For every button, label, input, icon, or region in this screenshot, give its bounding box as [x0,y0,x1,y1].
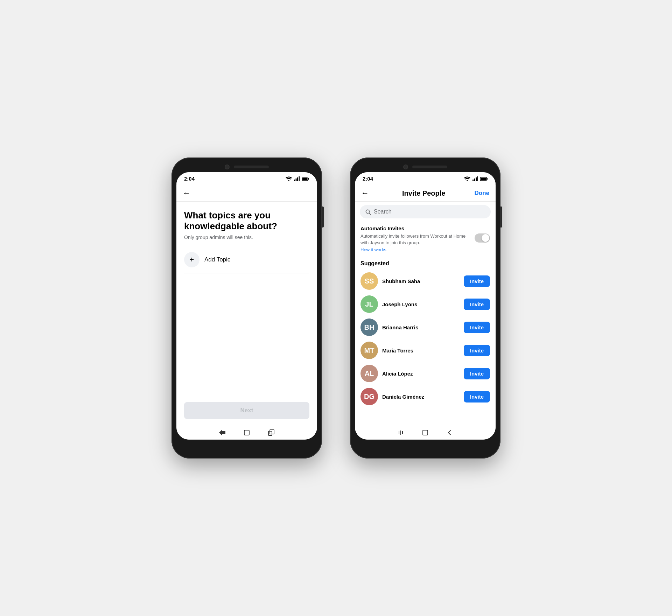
android-nav-2 [355,426,496,440]
svg-rect-5 [308,178,309,180]
person-name-0: Shubham Saha [382,278,460,284]
camera-2 [403,164,408,169]
screen-1: 2:04 [176,172,317,440]
done-button[interactable]: Done [475,190,490,197]
topics-heading: What topics are you knowledgable about? [184,210,309,232]
phones-container: 2:04 [172,158,500,458]
avatar-0: SS [360,272,378,290]
add-topic-icon: + [184,252,200,267]
person-name-1: Joseph Lyons [382,301,460,307]
svg-marker-7 [219,429,225,436]
person-row-4: ALAlicia LópezInvite [360,362,490,385]
suggested-title: Suggested [360,260,490,267]
auto-invites-title: Automatic Invites [360,225,490,231]
auto-invites-section: Automatic Invites Automatically invite f… [355,222,496,256]
auto-invites-row: Automatically invite followers from Work… [360,233,490,252]
auto-invites-desc: Automatically invite followers from Work… [360,233,465,245]
nav-home-1[interactable] [243,429,250,436]
invite-screen: Search Automatic Invites Automatically i… [355,202,496,440]
battery-icon-2 [480,177,488,181]
add-topic-label: Add Topic [204,256,230,263]
auto-invite-toggle[interactable] [475,233,490,243]
avatar-3: MT [360,342,378,359]
person-row-5: DGDaniela GiménezInvite [360,385,490,408]
invite-button-5[interactable]: Invite [464,391,490,402]
person-row-0: SSShubham SahaInvite [360,270,490,293]
wifi-icon-2 [464,176,470,181]
svg-rect-6 [302,177,308,180]
phone-2: 2:04 [350,158,500,458]
toggle-thumb [482,234,489,242]
signal-icon-1 [294,176,300,181]
person-name-5: Daniela Giménez [382,394,460,400]
svg-rect-17 [481,177,486,180]
invite-people-title: Invite People [373,189,475,197]
status-icons-2 [464,176,488,181]
person-row-2: BHBrianna HarrisInvite [360,316,490,339]
add-topic-row[interactable]: + Add Topic [184,248,309,271]
status-bar-2: 2:04 [355,172,496,184]
nav-home-2[interactable] [422,429,429,436]
status-time-2: 2:04 [363,176,373,182]
auto-invites-text: Automatically invite followers from Work… [360,233,470,252]
invite-button-3[interactable]: Invite [464,345,490,356]
invite-button-0[interactable]: Invite [464,275,490,287]
signal-icon-2 [472,176,478,181]
phone-1: 2:04 [172,158,322,458]
avatar-1: JL [360,295,378,313]
battery-icon-1 [302,177,309,181]
topics-screen: What topics are you knowledgable about? … [176,202,317,308]
svg-rect-1 [296,178,297,181]
avatar-4: AL [360,365,378,382]
status-icons-1 [286,176,309,181]
svg-rect-11 [472,180,474,181]
svg-rect-8 [244,430,249,435]
invite-button-4[interactable]: Invite [464,368,490,379]
speaker-2 [412,166,447,168]
invite-button-2[interactable]: Invite [464,322,490,333]
divider-1 [184,273,309,273]
svg-rect-12 [474,178,475,181]
camera-1 [225,164,230,169]
suggested-section: Suggested SSShubham SahaInviteJLJoseph L… [355,256,496,426]
svg-rect-3 [299,176,300,181]
nav-recents-1[interactable] [268,429,275,436]
app-header-2: ← Invite People Done [355,184,496,202]
search-bar[interactable]: Search [360,205,491,218]
next-btn-container: Next [176,397,317,426]
nav-back-1[interactable] [219,429,226,436]
speaker-1 [234,166,269,168]
svg-rect-0 [294,180,295,181]
phone-bottom-2 [355,440,496,454]
status-time-1: 2:04 [184,176,195,182]
person-name-3: María Torres [382,348,460,354]
people-list: SSShubham SahaInviteJLJoseph LyonsInvite… [360,270,490,408]
back-button-2[interactable]: ← [361,189,369,198]
wifi-icon-1 [286,176,292,181]
svg-rect-23 [423,430,428,435]
topics-subtext: Only group admins will see this. [184,234,309,240]
svg-rect-14 [477,176,478,181]
phone-bottom-1 [176,440,317,454]
search-container: Search [355,202,496,222]
person-row-3: MTMaría TorresInvite [360,339,490,362]
person-name-4: Alicia López [382,371,460,377]
how-it-works-link[interactable]: How it works [360,247,470,252]
app-header-1: ← [176,184,317,202]
svg-rect-13 [476,177,477,181]
svg-rect-16 [487,178,488,180]
nav-back-2[interactable] [446,429,453,436]
nav-recents-2[interactable] [397,429,404,436]
phone-top-2 [355,162,496,172]
phone-top-1 [176,162,317,172]
next-button[interactable]: Next [184,402,309,419]
search-placeholder: Search [374,209,392,215]
search-icon [365,209,371,215]
screen-2: 2:04 [355,172,496,440]
invite-button-1[interactable]: Invite [464,299,490,310]
back-button-1[interactable]: ← [183,189,190,198]
avatar-2: BH [360,318,378,336]
android-nav-1 [176,426,317,440]
svg-rect-9 [268,431,272,435]
status-bar-1: 2:04 [176,172,317,184]
